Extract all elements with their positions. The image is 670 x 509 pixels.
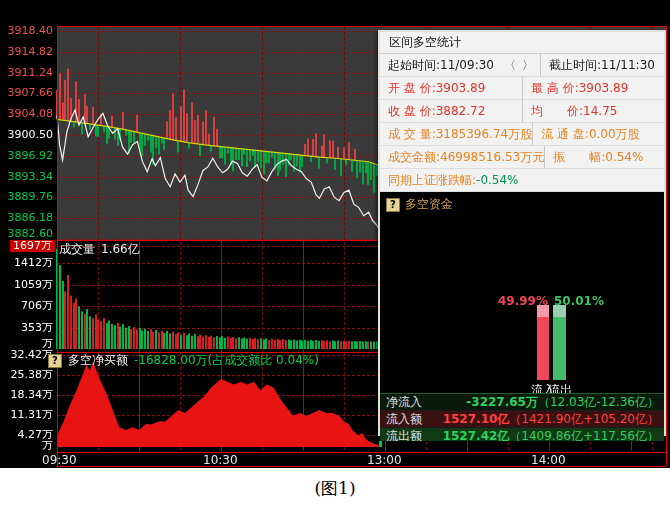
range-prev-button[interactable]: 〈 <box>504 58 522 72</box>
high-price-cell: 最 高 价: 3903.89 <box>522 77 664 99</box>
stats-row: 同期上证涨跌幅: -0.54% <box>380 169 664 192</box>
figure-caption: (图1) <box>0 468 670 509</box>
volume-total-value: 1.66亿 <box>101 241 140 258</box>
turnover-cell: 成交金额: 46998516.53万元 <box>380 146 544 168</box>
price-axis-label: 3914.82 <box>0 46 53 58</box>
inflow-bar <box>537 305 549 380</box>
volume-overlay-label: 成交量 1.66亿 <box>59 241 140 258</box>
inflow-amount-row: 流入额 1527.10亿（1421.90亿+105.20亿） <box>380 411 664 428</box>
end-time-label: 截止时间: <box>549 57 601 74</box>
volume-axis-max-highlight: 1697万 <box>10 240 55 252</box>
volume-stat-label: 成 交 量: <box>388 126 436 143</box>
end-time-cell: 截止时间: 11/11:30 <box>540 54 664 76</box>
price-axis-label: 3893.34 <box>0 171 53 183</box>
funds-rows: 净流入 -3227.65万（12.03亿-12.36亿） 流入额 1527.10… <box>380 393 664 441</box>
funds-section: ? 多空资金 49.99% 50.01% 流入 流出 净流入 -3227.65万… <box>380 192 664 441</box>
netbuy-overlay-label: ? 多空净买额 -16828.00万(占成交额比 0.04%) <box>48 352 319 369</box>
amplitude-value: 0.54% <box>605 150 643 164</box>
price-axis-label: 3889.76 <box>0 191 53 203</box>
netbuy-axis-label: 万 <box>0 440 53 452</box>
outflow-amount-row: 流出额 1527.42亿（1409.86亿+117.56亿） <box>380 428 664 441</box>
inflow-amount-value: 1527.10亿 <box>443 412 510 426</box>
time-label-1030: 10:30 <box>203 453 238 467</box>
price-axis-label: 3900.50 <box>0 129 53 141</box>
open-price-label: 开 盘 价: <box>388 80 436 97</box>
open-price-cell: 开 盘 价: 3903.89 <box>380 77 522 99</box>
high-price-value: 3903.89 <box>579 81 629 95</box>
avg-price-label: 均 价: <box>531 103 583 120</box>
volume-axis-label: 1059万 <box>0 279 53 291</box>
stats-row: 收 盘 价: 3882.72 均 价: 14.75 <box>380 100 664 123</box>
stats-row: 开 盘 价: 3903.89 最 高 价: 3903.89 <box>380 77 664 100</box>
start-time-label: 起始时间: <box>388 57 440 74</box>
volume-axis-label: 706万 <box>0 300 53 312</box>
high-price-label: 最 高 价: <box>531 80 579 97</box>
time-label-1400: 14:00 <box>531 453 566 467</box>
netbuy-axis-label: 18.34万 <box>0 389 53 401</box>
funds-header: ? 多空资金 <box>386 196 453 213</box>
netbuy-axis-label: 11.31万 <box>0 409 53 421</box>
netbuy-axis-label: 32.42万 <box>0 349 53 361</box>
time-label-0930: 09:30 <box>42 453 77 467</box>
outflow-amount-detail: （1409.86亿+117.56亿） <box>509 429 659 442</box>
netbuy-axis-label: 25.38万 <box>0 369 53 381</box>
start-time-cell: 起始时间: 11/09:30 〈〉 <box>380 54 540 76</box>
inflow-bar-cap <box>537 305 549 317</box>
volume-cell: 成 交 量: 3185396.74万股 <box>380 123 532 145</box>
funds-title: 多空资金 <box>405 196 453 213</box>
time-label-1300: 13:00 <box>367 453 402 467</box>
float-shares-value: 0.00万股 <box>589 126 640 143</box>
amplitude-label: 振 幅: <box>553 149 605 166</box>
price-axis-label: 3886.18 <box>0 212 53 224</box>
price-axis-label: 3907.66 <box>0 87 53 99</box>
inflow-amount-label: 流入额 <box>380 411 442 428</box>
net-inflow-label: 净流入 <box>380 394 442 411</box>
outflow-amount-label: 流出额 <box>380 428 442 442</box>
index-change-label: 同期上证涨跌幅: <box>388 172 476 189</box>
index-change-cell: 同期上证涨跌幅: -0.54% <box>380 169 664 191</box>
price-axis-label: 3918.40 <box>0 25 53 37</box>
volume-axis-label: 1412万 <box>0 257 53 269</box>
float-shares-label: 流 通 盘: <box>541 126 589 143</box>
open-price-value: 3903.89 <box>436 81 486 95</box>
index-change-value: -0.54% <box>476 173 518 187</box>
price-axis-label: 3896.92 <box>0 150 53 162</box>
amplitude-cell: 振 幅: 0.54% <box>544 146 664 168</box>
outflow-amount-value: 1527.42亿 <box>443 429 510 442</box>
stats-row: 成 交 量: 3185396.74万股 流 通 盘: 0.00万股 <box>380 123 664 146</box>
volume-title: 成交量 <box>59 241 95 258</box>
netbuy-title: 多空净买额 <box>68 352 128 369</box>
float-shares-cell: 流 通 盘: 0.00万股 <box>532 123 664 145</box>
price-axis-label: 3904.08 <box>0 108 53 120</box>
intraday-chart-region: 3918.40 3914.82 3911.24 3907.66 3904.08 … <box>0 0 670 468</box>
stats-row: 起始时间: 11/09:30 〈〉 截止时间: 11/11:30 <box>380 54 664 77</box>
close-price-label: 收 盘 价: <box>388 103 436 120</box>
price-axis-label: 3911.24 <box>0 67 53 79</box>
close-price-cell: 收 盘 价: 3882.72 <box>380 100 522 122</box>
inflow-amount-detail: （1421.90亿+105.20亿） <box>509 412 659 426</box>
net-inflow-detail: （12.03亿-12.36亿） <box>538 395 659 409</box>
close-price-value: 3882.72 <box>436 104 486 118</box>
stats-row: 成交金额: 46998516.53万元 振 幅: 0.54% <box>380 146 664 169</box>
stock-app-window: 上证指数 现价:3882.72 现手:0 涨跌:-17.78 涨幅:-0.46%… <box>0 0 670 509</box>
start-time-value: 11/09:30 <box>440 58 494 72</box>
outflow-bar-cap <box>553 305 566 317</box>
avg-price-value: 14.75 <box>583 104 617 118</box>
turnover-value: 46998516.53万元 <box>440 149 544 166</box>
netbuy-current-value: -16828.00万(占成交额比 0.04%) <box>134 352 319 369</box>
range-stats-panel: 区间多空统计 起始时间: 11/09:30 〈〉 截止时间: 11/11:30 … <box>378 30 666 436</box>
range-next-button[interactable]: 〉 <box>522 58 540 72</box>
end-time-value: 11/11:30 <box>601 58 655 72</box>
volume-axis-label: 353万 <box>0 322 53 334</box>
volume-stat-value: 3185396.74万股 <box>436 126 533 143</box>
help-icon[interactable]: ? <box>48 354 62 368</box>
turnover-label: 成交金额: <box>388 149 440 166</box>
net-inflow-value: -3227.65万 <box>466 395 538 409</box>
panel-title: 区间多空统计 <box>380 32 664 54</box>
avg-price-cell: 均 价: 14.75 <box>522 100 664 122</box>
outflow-bar <box>553 305 566 380</box>
help-icon[interactable]: ? <box>386 198 400 212</box>
net-inflow-row: 净流入 -3227.65万（12.03亿-12.36亿） <box>380 393 664 411</box>
